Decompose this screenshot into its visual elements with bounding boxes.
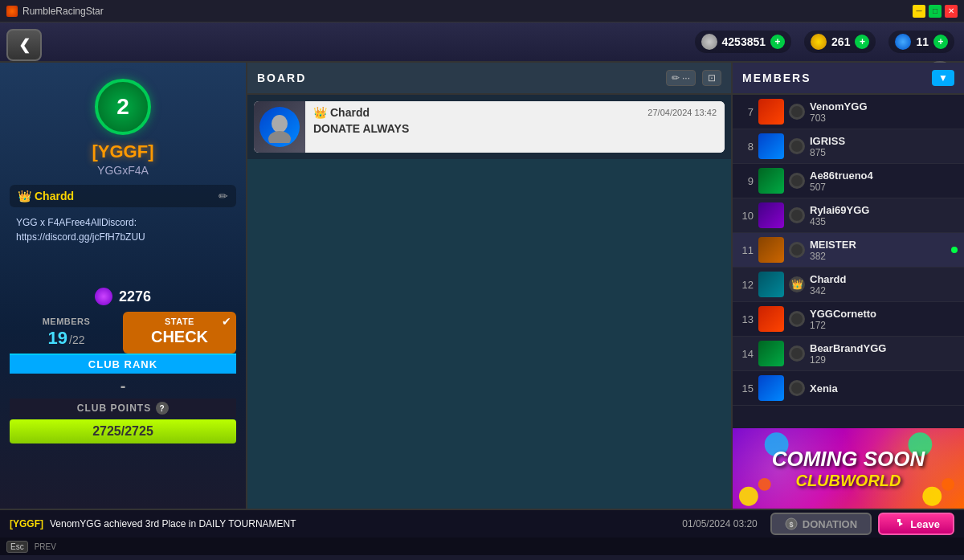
- svg-text:$: $: [789, 521, 793, 529]
- gold-icon: [811, 34, 827, 50]
- members-list: 7 VenomYGG 703 8 IGRISS 875 9: [733, 95, 964, 428]
- help-icon[interactable]: ?: [156, 402, 169, 415]
- gold-group: 261 +: [804, 31, 876, 53]
- coming-soon-banner: COMING SOON CLUBWORLD: [733, 428, 964, 509]
- member-status: 👑: [789, 276, 805, 292]
- club-name: [YGGF]: [92, 141, 154, 162]
- member-name: VenomYGG: [810, 100, 958, 112]
- online-indicator: [951, 247, 958, 253]
- list-item[interactable]: 14 BearBrandYGG 129: [733, 337, 964, 371]
- coin-icon: [701, 34, 717, 50]
- back-button[interactable]: ❮: [6, 29, 42, 61]
- members-value: 19: [48, 328, 67, 349]
- app-icon: [6, 6, 18, 17]
- member-avatar: [758, 202, 784, 228]
- left-panel: 2 [YGGF] YGGxF4A 👑 Chardd ✏ YGG x F4AFre…: [0, 63, 247, 509]
- list-item[interactable]: 8 IGRISS 875: [733, 129, 964, 164]
- member-status: [789, 311, 805, 327]
- main-content: 2 [YGGF] YGGxF4A 👑 Chardd ✏ YGG x F4AFre…: [0, 63, 964, 509]
- title-bar: RumbleRacingStar ─ □ ✕: [0, 0, 964, 22]
- news-prefix: [YGGF]: [10, 518, 43, 529]
- member-name: Rylai69YGG: [810, 204, 958, 216]
- gold-value: 261: [831, 35, 850, 48]
- member-points: 129: [810, 354, 958, 366]
- leader-name: 👑 Chardd: [18, 190, 74, 202]
- member-points: 703: [810, 112, 958, 124]
- leave-button[interactable]: Leave: [878, 513, 954, 535]
- close-button[interactable]: ✕: [945, 5, 958, 18]
- list-item[interactable]: 12 👑 Chardd 342: [733, 268, 964, 302]
- member-info: Rylai69YGG 435: [810, 204, 958, 227]
- top-header: ❮ 4253851 + 261 + 11 +: [0, 22, 964, 63]
- board-controls: ✏ ··· ⊡: [666, 70, 721, 86]
- member-points: 342: [810, 285, 958, 296]
- board-expand-button[interactable]: ⊡: [702, 70, 721, 86]
- svg-point-3: [272, 115, 288, 133]
- middle-panel: BOARD ✏ ··· ⊡ 👑 Chardd: [247, 63, 731, 509]
- board-title: BOARD: [257, 72, 306, 84]
- member-avatar: [758, 133, 784, 159]
- bottom-right: 01/05/2024 03:20 $ DONATION Leave: [682, 513, 954, 535]
- member-rank: 14: [739, 348, 754, 360]
- member-avatar: [758, 168, 784, 194]
- members-filter-button[interactable]: ▼: [932, 70, 954, 86]
- member-avatar: [758, 306, 784, 332]
- board-header: BOARD ✏ ··· ⊡: [247, 63, 731, 95]
- member-points: 875: [810, 147, 958, 158]
- list-item[interactable]: 9 Ae86trueno4 507: [733, 164, 964, 198]
- kb-prev-label: PREV: [35, 542, 56, 551]
- news-text: VenomYGG achieved 3rd Place in DAILY TOU…: [50, 518, 296, 529]
- member-status: [789, 104, 805, 120]
- member-info: Xenia: [810, 382, 958, 394]
- add-coins-button[interactable]: +: [770, 35, 785, 49]
- member-name: IGRISS: [810, 135, 958, 147]
- right-panel: MEMBERS ▼ 7 VenomYGG 703 8 IGRISS 875: [731, 63, 964, 509]
- board-background: [247, 159, 731, 509]
- member-info: BearBrandYGG 129: [810, 342, 958, 366]
- club-rank-label: CLUB RANK: [10, 355, 236, 374]
- member-points: 507: [810, 182, 958, 193]
- list-item[interactable]: 11 MEISTER 382: [733, 233, 964, 268]
- member-rank: 11: [739, 244, 754, 256]
- members-stat-box: MEMBERS 19 /22: [10, 312, 123, 354]
- member-name: Xenia: [810, 382, 958, 394]
- title-bar-controls: ─ □ ✕: [913, 5, 958, 18]
- leave-icon: [893, 517, 905, 530]
- news-section: [YGGF] VenomYGG achieved 3rd Place in DA…: [10, 518, 296, 529]
- banner-clubworld: CLUBWORLD: [772, 472, 925, 490]
- board-post: 👑 Chardd 27/04/2024 13:42 DONATE ALWAYS: [254, 101, 725, 153]
- list-item[interactable]: 10 Rylai69YGG 435: [733, 198, 964, 233]
- coin-value: 4253851: [722, 35, 766, 48]
- gems-group: 11 +: [888, 31, 954, 53]
- coins-group: 4253851 +: [695, 31, 792, 53]
- banner-coming-soon: COMING SOON: [772, 447, 925, 472]
- list-item[interactable]: 13 YGGCornetto 172: [733, 302, 964, 337]
- member-avatar: [758, 272, 784, 297]
- state-label: STATE: [165, 317, 194, 326]
- list-item[interactable]: 7 VenomYGG 703: [733, 95, 964, 129]
- state-value: CHECK: [151, 328, 208, 346]
- member-info: Chardd 342: [810, 273, 958, 296]
- post-content: 👑 Chardd 27/04/2024 13:42 DONATE ALWAYS: [305, 101, 725, 153]
- gem-circle-icon: [95, 288, 112, 305]
- board-edit-button[interactable]: ✏ ···: [666, 70, 696, 86]
- app-title: RumbleRacingStar: [22, 6, 104, 17]
- stats-row: MEMBERS 19 /22 STATE ✔ CHECK: [10, 312, 236, 354]
- gem-icon: [895, 34, 911, 50]
- donate-button[interactable]: $ DONATION: [770, 513, 872, 535]
- maximize-button[interactable]: □: [929, 5, 942, 18]
- gem-row: 2276: [95, 288, 151, 305]
- post-author: 👑 Chardd: [313, 106, 370, 119]
- member-rank: 15: [739, 382, 754, 394]
- add-gold-button[interactable]: +: [855, 35, 869, 49]
- post-avatar-svg: [263, 111, 296, 143]
- list-item[interactable]: 15 Xenia: [733, 371, 964, 406]
- bottom-buttons: $ DONATION Leave: [770, 513, 954, 535]
- minimize-button[interactable]: ─: [913, 5, 925, 18]
- member-rank: 12: [739, 279, 754, 291]
- member-status: [789, 207, 805, 223]
- member-name: BearBrandYGG: [810, 342, 958, 354]
- edit-icon[interactable]: ✏: [219, 190, 228, 202]
- kb-esc-key: Esc: [6, 541, 28, 553]
- add-gems-button[interactable]: +: [933, 35, 948, 49]
